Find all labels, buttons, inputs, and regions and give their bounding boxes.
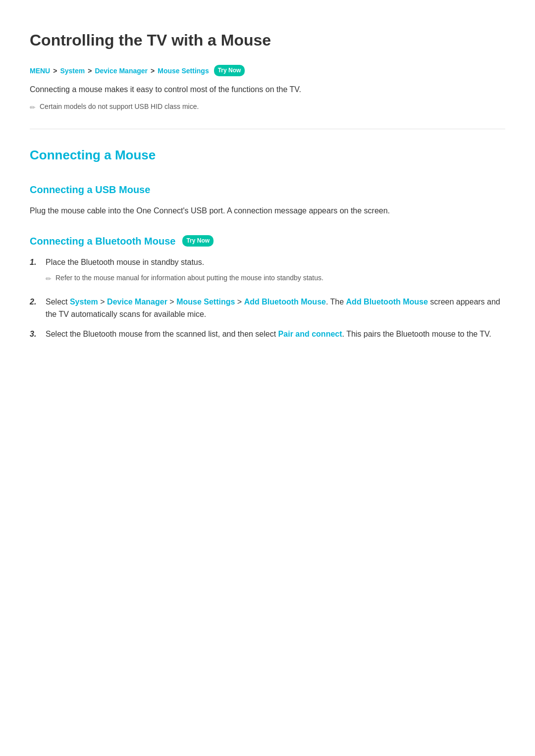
- try-now-badge-header[interactable]: Try Now: [214, 65, 245, 76]
- breadcrumb-system[interactable]: System: [60, 65, 85, 76]
- bluetooth-section: Connecting a Bluetooth Mouse Try Now 1. …: [30, 233, 505, 341]
- step-2-content: Select System > Device Manager > Mouse S…: [46, 296, 505, 321]
- list-item: 3. Select the Bluetooth mouse from the s…: [30, 328, 505, 341]
- step-1-note-text: Refer to the mouse manual for informatio…: [55, 272, 323, 283]
- step-1-text: Place the Bluetooth mouse in standby sta…: [46, 258, 204, 266]
- step-number-3: 3.: [30, 328, 40, 341]
- step-number-1: 1.: [30, 256, 40, 289]
- pencil-icon: ✏: [30, 102, 36, 113]
- step-2-sep1: >: [98, 298, 107, 306]
- bluetooth-steps-list: 1. Place the Bluetooth mouse in standby …: [30, 256, 505, 341]
- step-2-sep3: >: [235, 298, 244, 306]
- step-2-sep2: >: [167, 298, 176, 306]
- step-3-content: Select the Bluetooth mouse from the scan…: [46, 328, 505, 341]
- step-3-text-before: Select the Bluetooth mouse from the scan…: [46, 330, 278, 338]
- step-2-link-system[interactable]: System: [70, 298, 98, 306]
- page-title: Controlling the TV with a Mouse: [30, 28, 505, 53]
- note-row: ✏ Certain models do not support USB HID …: [30, 101, 505, 113]
- step-2-link-mouse-settings[interactable]: Mouse Settings: [176, 298, 235, 306]
- note-text: Certain models do not support USB HID cl…: [40, 101, 199, 112]
- connecting-mouse-section: Connecting a Mouse Connecting a USB Mous…: [30, 145, 505, 340]
- step-3-link-pair-connect[interactable]: Pair and connect: [278, 330, 342, 338]
- subsection-title-bluetooth: Connecting a Bluetooth Mouse: [30, 233, 175, 249]
- list-item: 1. Place the Bluetooth mouse in standby …: [30, 256, 505, 289]
- usb-body-text: Plug the mouse cable into the One Connec…: [30, 204, 505, 217]
- step-1-note-row: ✏ Refer to the mouse manual for informat…: [46, 272, 505, 284]
- step-2-text-after: . The: [326, 298, 346, 306]
- breadcrumb-menu[interactable]: MENU: [30, 65, 50, 76]
- try-now-badge-bluetooth[interactable]: Try Now: [182, 235, 214, 247]
- subsection-title-usb: Connecting a USB Mouse: [30, 182, 505, 198]
- step-1-content: Place the Bluetooth mouse in standby sta…: [46, 256, 505, 289]
- intro-text: Connecting a mouse makes it easy to cont…: [30, 83, 505, 96]
- breadcrumb-sep1: >: [53, 65, 57, 76]
- breadcrumb-sep2: >: [88, 65, 92, 76]
- breadcrumb-mouse-settings[interactable]: Mouse Settings: [158, 65, 209, 76]
- step-2-text-before: Select: [46, 298, 70, 306]
- step-3-text-after: . This pairs the Bluetooth mouse to the …: [342, 330, 491, 338]
- breadcrumb-device-manager[interactable]: Device Manager: [95, 65, 148, 76]
- breadcrumb-sep3: >: [151, 65, 155, 76]
- step-2-link-add-bluetooth[interactable]: Add Bluetooth Mouse: [244, 298, 326, 306]
- list-item: 2. Select System > Device Manager > Mous…: [30, 296, 505, 321]
- step-2-link-device-manager[interactable]: Device Manager: [107, 298, 167, 306]
- section-title-connecting-mouse: Connecting a Mouse: [30, 145, 505, 166]
- step-number-2: 2.: [30, 296, 40, 321]
- pencil-icon-step1: ✏: [46, 273, 52, 284]
- breadcrumb: MENU > System > Device Manager > Mouse S…: [30, 65, 505, 76]
- step-2-link-add-bluetooth-2[interactable]: Add Bluetooth Mouse: [346, 298, 428, 306]
- section-divider: [30, 129, 505, 129]
